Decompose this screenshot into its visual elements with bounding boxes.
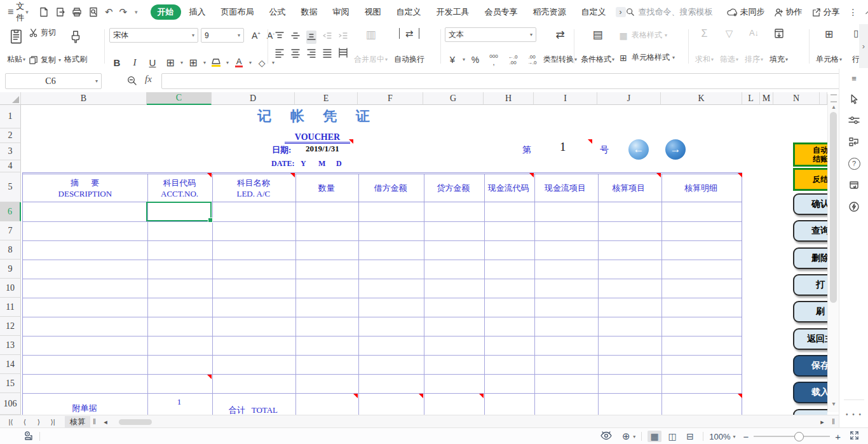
draw-border-icon[interactable]: ⊞	[186, 57, 201, 69]
underline-icon[interactable]: U	[145, 57, 160, 68]
bold-icon[interactable]: B	[109, 57, 125, 68]
tab-custom-1[interactable]: 自定义	[390, 4, 428, 20]
increase-decimal-icon[interactable]: ←.0.00	[505, 54, 521, 66]
last-sheet-icon[interactable]: ⟩|	[46, 418, 60, 426]
main-menu-icon[interactable]: ≡	[8, 6, 13, 18]
col-header-D[interactable]: D	[212, 92, 295, 105]
docer-hot-icon[interactable]	[839, 174, 868, 196]
row-header-7[interactable]: 7	[0, 221, 21, 240]
zoom-formula-icon[interactable]	[127, 76, 137, 88]
save-voucher-button[interactable]: 保存	[793, 355, 827, 377]
cells-button[interactable]: ⊞ 单元格▾	[813, 26, 845, 67]
print-voucher-button[interactable]: 打	[793, 274, 827, 296]
tabs-overflow-icon[interactable]: ›	[616, 7, 626, 17]
clipped-bottom-button[interactable]	[793, 409, 827, 415]
tab-data[interactable]: 数据	[294, 4, 325, 20]
align-bottom-icon[interactable]	[306, 31, 316, 44]
next-voucher-button[interactable]: →	[665, 139, 686, 160]
align-middle-icon[interactable]	[290, 31, 301, 44]
format-painter-button[interactable]: 格式刷	[61, 26, 90, 67]
tab-insert[interactable]: 插入	[182, 4, 213, 20]
delete-button[interactable]: 删除	[793, 247, 827, 269]
row-header-4[interactable]: 4	[0, 160, 21, 172]
next-sheet-icon[interactable]: ⟩	[32, 418, 46, 426]
first-sheet-icon[interactable]: |⟨	[4, 418, 18, 426]
row-header-9[interactable]: 9	[0, 260, 21, 279]
tab-developer[interactable]: 开发工具	[430, 4, 477, 20]
row-header-10[interactable]: 10	[0, 279, 21, 298]
conditional-format-button[interactable]: ▤ 条件格式▾	[578, 26, 618, 67]
print-icon[interactable]	[72, 7, 82, 17]
collapse-ribbon-icon[interactable]	[865, 10, 868, 18]
tab-page-layout[interactable]: 页面布局	[214, 4, 261, 20]
col-header-K[interactable]: K	[661, 92, 742, 105]
col-header-H[interactable]: H	[484, 92, 534, 105]
row-header-12[interactable]: 12	[0, 317, 21, 336]
fill-button[interactable]: 填充▾	[766, 26, 791, 67]
col-header-M[interactable]: M	[760, 92, 773, 105]
currency-icon[interactable]: ¥	[445, 54, 460, 65]
borders-icon[interactable]: ⊞	[163, 57, 178, 69]
print-preview-icon[interactable]	[88, 7, 98, 17]
row-header-6[interactable]: 6	[0, 202, 21, 221]
row-header-5[interactable]: 5	[0, 172, 21, 202]
dropdown-icon[interactable]: ▾	[633, 434, 635, 440]
align-top-icon[interactable]	[275, 31, 285, 44]
auto-closing-button[interactable]: 自动 结账	[793, 142, 827, 167]
tab-docer[interactable]: 稻壳资源	[526, 4, 573, 20]
panel-menu-icon[interactable]: ≡	[839, 69, 868, 88]
row-header-106[interactable]: 106	[0, 393, 21, 415]
wrap-text-button[interactable]: ⇄ 自动换行	[391, 26, 428, 67]
tab-custom-2[interactable]: 自定义	[574, 4, 613, 20]
redo-icon[interactable]: ↷	[119, 6, 127, 18]
zoom-slider[interactable]	[754, 436, 830, 437]
align-center-icon[interactable]	[290, 47, 301, 60]
file-menu-arrow-icon[interactable]: ▾	[25, 9, 29, 15]
col-header-F[interactable]: F	[358, 92, 423, 105]
col-header-L[interactable]: L	[742, 92, 760, 105]
query-button[interactable]: 查询	[793, 220, 827, 242]
col-header-N[interactable]: N	[773, 92, 820, 105]
split-handle[interactable]	[831, 94, 837, 102]
selected-cell-C6[interactable]	[146, 202, 212, 221]
properties-sliders-icon[interactable]	[839, 109, 868, 131]
zoom-level[interactable]: 100%	[709, 432, 730, 441]
scroll-down-icon[interactable]: ▾	[828, 399, 839, 408]
more-options-icon[interactable]: ⋮	[849, 7, 858, 17]
zoom-dropdown-icon[interactable]: ▾	[733, 434, 735, 440]
font-name-select[interactable]: 宋体 ▾	[109, 28, 198, 43]
copy-button[interactable]: 复制 ▾	[29, 55, 61, 66]
sync-status[interactable]: 未同步	[727, 6, 765, 18]
paste-button[interactable]: 粘贴▾	[4, 26, 29, 67]
fill-handle[interactable]	[208, 218, 213, 223]
increase-font-icon[interactable]: A+	[252, 31, 261, 41]
horizontal-scroll-thumb[interactable]	[119, 419, 152, 425]
pane-splitter-icon[interactable]: ‖	[832, 417, 835, 426]
command-search[interactable]: 查找命令、搜索模板	[626, 6, 713, 18]
distribute-icon[interactable]	[338, 47, 348, 60]
tab-home[interactable]: 开始	[151, 4, 181, 20]
quick-tools-icon[interactable]	[839, 196, 868, 218]
panel-more-icon[interactable]: • • •	[839, 411, 868, 418]
fullscreen-icon[interactable]	[850, 431, 859, 442]
col-header-G[interactable]: G	[423, 92, 484, 105]
col-header-C[interactable]: C	[147, 92, 212, 105]
pointer-tool-icon[interactable]	[839, 88, 868, 109]
return-home-button[interactable]: 返回主	[793, 328, 827, 350]
font-color-icon[interactable]: A	[231, 58, 247, 67]
quick-access-more-icon[interactable]: ▾	[135, 9, 138, 15]
normal-view-icon[interactable]: ▦	[648, 431, 661, 442]
refresh-button[interactable]: 刷	[793, 301, 827, 323]
justify-icon[interactable]	[322, 47, 332, 60]
font-size-select[interactable]: 9 ▾	[201, 28, 244, 43]
number-format-select[interactable]: 文本 ▾	[445, 27, 536, 42]
tab-view[interactable]: 视图	[358, 4, 388, 20]
name-box[interactable]: C6 ▾	[5, 73, 102, 89]
toolbar-overflow-icon[interactable]: ›	[859, 24, 868, 68]
decrease-decimal-icon[interactable]: .00→.0	[524, 54, 540, 66]
macro-record-icon[interactable]	[23, 430, 34, 443]
share-button[interactable]: 分享	[811, 6, 840, 18]
select-all-corner[interactable]	[0, 92, 21, 105]
row-header-15[interactable]: 15	[0, 374, 21, 393]
zoom-out-icon[interactable]: −	[743, 431, 749, 442]
